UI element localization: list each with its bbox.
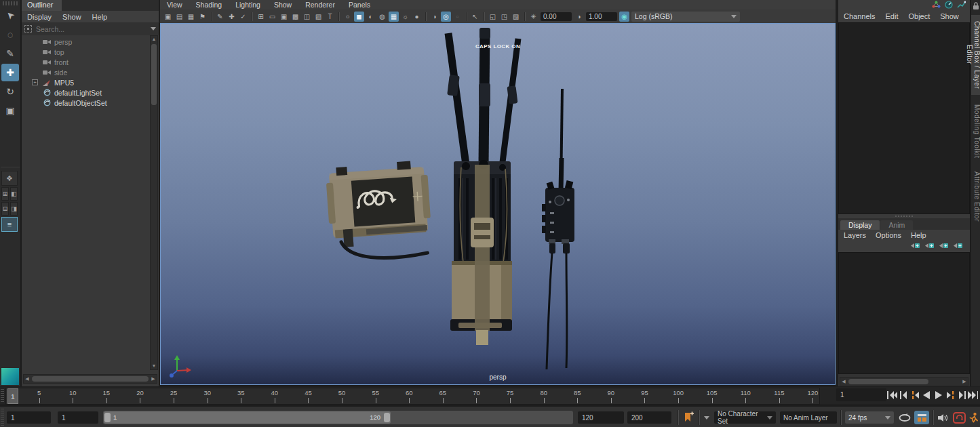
playblast-icon[interactable]	[914, 411, 929, 424]
viewport-menu-shading[interactable]: Shading	[196, 1, 222, 9]
camera-attributes-icon[interactable]: ▤	[174, 12, 184, 22]
four-pane-layout[interactable]: ⊞	[1, 187, 9, 201]
current-frame-marker[interactable]: 1	[7, 388, 18, 404]
time-slider-grip[interactable]	[1, 389, 4, 402]
split-pane-layout[interactable]: ◨	[10, 202, 18, 216]
layer-editor-horizontal-scrollbar[interactable]: ◀ ▶	[840, 377, 968, 386]
exposure-field[interactable]: 0.00	[541, 12, 572, 21]
bookmark-icon[interactable]: ⚑	[197, 12, 208, 22]
range-bar-grip[interactable]	[1, 409, 4, 426]
move-layer-down-icon[interactable]	[925, 242, 935, 251]
viewport-canvas[interactable]: CAPS LOCK ON persp	[160, 23, 836, 385]
outliner-menu-display[interactable]: Display	[27, 13, 52, 21]
anti-aliasing-icon[interactable]: ◎	[441, 12, 451, 22]
move-layer-up-icon[interactable]	[911, 242, 920, 251]
scroll-down-icon[interactable]: ▼	[151, 363, 157, 369]
scrollbar-thumb[interactable]	[151, 44, 157, 105]
outliner-persp-layout[interactable]: ≡	[1, 217, 18, 232]
screen-space-ao-icon[interactable]: ●	[412, 12, 422, 22]
move-tool[interactable]: ✚	[1, 64, 19, 81]
rotate-tool[interactable]: ↻	[1, 83, 19, 100]
xray-icon[interactable]: ◳	[499, 12, 509, 22]
resolution-gate-icon[interactable]: ▣	[279, 12, 289, 22]
play-backwards-button[interactable]	[921, 388, 932, 403]
field-chart-icon[interactable]: ◫	[302, 12, 312, 22]
anim-layer-select[interactable]: No Anim Layer	[780, 411, 837, 424]
lock-icon[interactable]	[972, 1, 980, 11]
channel-box-menu-object[interactable]: Object	[908, 12, 930, 20]
image-plane-icon[interactable]: ✎	[215, 12, 225, 22]
animation-end-field[interactable]: 200	[627, 411, 671, 424]
film-gate-icon[interactable]: ▭	[267, 12, 277, 22]
toolbox-grip[interactable]	[3, 1, 18, 5]
select-tool[interactable]: ➤	[1, 7, 19, 24]
exposure-icon[interactable]: ✳	[528, 12, 538, 22]
wireframe-icon[interactable]: ○	[342, 12, 353, 22]
playback-range-bar[interactable]: 1 120	[104, 411, 391, 424]
xray-joints-icon[interactable]: ▨	[511, 12, 521, 22]
step-forward-key-button[interactable]	[944, 388, 955, 403]
gauge-icon[interactable]	[945, 1, 953, 10]
play-forwards-button[interactable]	[933, 388, 943, 403]
create-empty-layer-icon[interactable]	[954, 242, 963, 251]
search-options-caret-icon[interactable]	[151, 27, 156, 30]
mute-speaker-icon[interactable]	[937, 411, 950, 424]
grease-pencil-icon[interactable]: ✓	[238, 12, 248, 22]
go-to-end-button[interactable]	[967, 388, 978, 403]
camera-settings-icon[interactable]: ▦	[186, 12, 196, 22]
outliner-item-defaultLightSet[interactable]: defaultLightSet	[22, 87, 151, 98]
viewport-menu-renderer[interactable]: Renderer	[305, 1, 335, 9]
single-pane-layout[interactable]: ❖	[1, 171, 18, 186]
scrollbar-thumb[interactable]	[848, 379, 928, 384]
range-slider-track[interactable]: 1 120	[103, 411, 573, 424]
outliner-menu-help[interactable]: Help	[92, 13, 108, 21]
scroll-right-icon[interactable]: ▶	[150, 376, 157, 382]
channel-box-menu-edit[interactable]: Edit	[885, 12, 898, 20]
search-input[interactable]	[35, 24, 148, 35]
outliner-horizontal-scrollbar[interactable]: ◀ ▶	[23, 374, 157, 384]
wireframe-on-shaded-icon[interactable]: ◱	[488, 12, 498, 22]
pan-zoom-2d-icon[interactable]: ✚	[227, 12, 237, 22]
animation-preferences-icon[interactable]	[967, 411, 979, 424]
viewport-menu-panels[interactable]: Panels	[349, 1, 370, 9]
scroll-up-icon[interactable]: ▲	[151, 36, 157, 43]
triad-icon[interactable]	[932, 1, 941, 9]
fps-select[interactable]: 24 fps	[845, 411, 894, 424]
texture-checker-icon[interactable]: ▦	[389, 12, 399, 22]
safe-title-icon[interactable]: T	[325, 12, 335, 22]
outliner-item-MPU5[interactable]: +MPU5	[22, 77, 151, 87]
step-back-frame-button[interactable]	[898, 388, 909, 403]
tab-display[interactable]: Display	[840, 220, 880, 230]
scrollbar-thumb[interactable]	[32, 376, 149, 382]
persp-side-layout[interactable]: ◧	[10, 187, 18, 201]
playback-loop-icon[interactable]	[898, 411, 912, 424]
outliner-tab[interactable]: Outliner	[22, 0, 62, 11]
step-forward-frame-button[interactable]	[956, 388, 966, 403]
set-key-icon[interactable]	[681, 411, 694, 424]
outliner-menu-show[interactable]: Show	[62, 13, 81, 21]
time-slider-track[interactable]: 5101520253035404550556065707580859095100…	[5, 388, 820, 405]
stacked-pane-layout[interactable]: ⊟	[1, 202, 9, 216]
layer-menu-help[interactable]: Help	[911, 231, 926, 239]
range-end-handle[interactable]	[384, 413, 390, 422]
smooth-shade-icon[interactable]: ◼	[354, 12, 364, 22]
view-transform-select[interactable]: Log (sRGB)	[631, 12, 740, 22]
layer-list-empty-area[interactable]	[838, 252, 970, 374]
side-tab-modeling-toolkit[interactable]: Modeling Toolkit	[971, 100, 980, 163]
isolate-select-icon[interactable]: ↖	[470, 12, 480, 22]
scroll-right-icon[interactable]: ▶	[961, 379, 968, 384]
create-layer-assign-icon[interactable]	[939, 242, 949, 251]
motion-blur-icon[interactable]: ◑	[429, 12, 439, 22]
depth-of-field-icon[interactable]: ▫	[452, 12, 463, 22]
filter-icon[interactable]	[24, 25, 32, 33]
go-to-start-button[interactable]	[886, 388, 897, 403]
grid-icon[interactable]: ⊞	[256, 12, 266, 22]
panel-splitter[interactable]	[838, 214, 970, 218]
channel-box-menu-channels[interactable]: Channels	[844, 12, 875, 20]
viewport-menu-show[interactable]: Show	[274, 1, 292, 9]
model-handheld-radio[interactable]	[542, 89, 574, 369]
scroll-left-icon[interactable]: ◀	[840, 379, 847, 384]
graph-icon[interactable]	[957, 1, 966, 10]
select-camera-icon[interactable]: ▣	[163, 12, 173, 22]
gamma-field[interactable]: 1.00	[586, 12, 617, 21]
